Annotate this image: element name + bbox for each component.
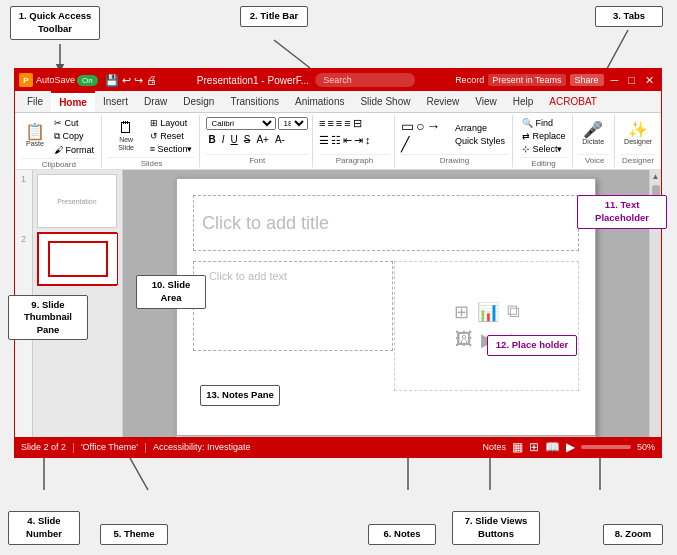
tab-review[interactable]: Review xyxy=(418,91,467,112)
title-bar-left: P AutoSave On 💾 ↩ ↪ 🖨 xyxy=(19,73,157,87)
app-icon: P xyxy=(19,73,33,87)
thumbnail-2-preview xyxy=(38,233,118,285)
font-size-select[interactable]: 18 xyxy=(278,117,308,130)
autosave-toggle[interactable]: On xyxy=(77,75,98,86)
slide-thumbnail-2[interactable] xyxy=(37,232,117,286)
tab-home[interactable]: Home xyxy=(51,91,95,112)
share-btn[interactable]: Share xyxy=(570,74,604,86)
ribbon-controls: 📋 Paste ✂ Cut ⧉ Copy 🖌 Format Clipboard xyxy=(15,113,661,169)
shape-line[interactable]: ╱ xyxy=(401,136,409,152)
shape-arrow[interactable]: → xyxy=(426,118,440,134)
zoom-slider[interactable] xyxy=(581,445,631,449)
copy-btn[interactable]: ⧉ Copy xyxy=(51,130,97,143)
search-input[interactable] xyxy=(315,73,415,87)
align-center-btn[interactable]: ≡ xyxy=(327,117,333,130)
strikethrough-btn[interactable]: S xyxy=(242,134,253,145)
thumbnail-1-preview: Presentation xyxy=(38,175,116,227)
dictate-btn[interactable]: 🎤 Dictate xyxy=(579,120,607,148)
tab-acrobat[interactable]: ACROBAT xyxy=(541,91,605,112)
slide-sorter-btn[interactable]: ⊞ xyxy=(529,440,539,454)
tab-insert[interactable]: Insert xyxy=(95,91,136,112)
find-btn[interactable]: 🔍 Find xyxy=(519,117,569,129)
label-8: 8. Zoom xyxy=(603,524,663,545)
title-bar-right: Record Present in Teams Share ─ □ ✕ xyxy=(455,74,657,87)
chart-icon[interactable]: 📊 xyxy=(477,301,499,323)
bold-btn[interactable]: B xyxy=(206,134,217,145)
label-9: 9. Slide Thumbnail Pane xyxy=(8,295,88,340)
italic-btn[interactable]: I xyxy=(220,134,227,145)
tab-help[interactable]: Help xyxy=(505,91,542,112)
indent-inc-btn[interactable]: ⇥ xyxy=(354,134,363,147)
quick-styles-btn[interactable]: Quick Styles xyxy=(452,135,508,147)
tab-file[interactable]: File xyxy=(19,91,51,112)
shape-rect[interactable]: ▭ xyxy=(401,118,414,134)
status-sep-2: | xyxy=(144,441,147,453)
filename-text: Presentation1 - PowerF... xyxy=(197,75,309,86)
tab-view[interactable]: View xyxy=(467,91,505,112)
slide-title-placeholder[interactable]: Click to add title xyxy=(193,195,579,251)
record-btn[interactable]: Record xyxy=(455,75,484,85)
tab-transitions[interactable]: Transitions xyxy=(222,91,287,112)
font-family-select[interactable]: Calibri xyxy=(206,117,276,130)
maximize-btn[interactable]: □ xyxy=(625,74,638,86)
normal-view-btn[interactable]: ▦ xyxy=(512,440,523,454)
label-7: 7. Slide Views Buttons xyxy=(452,511,540,545)
designer-btn[interactable]: ✨ Designer xyxy=(621,120,655,148)
select-btn[interactable]: ⊹ Select▾ xyxy=(519,143,569,155)
tab-design[interactable]: Design xyxy=(175,91,222,112)
slide-content-placeholder[interactable]: • Click to add text xyxy=(193,261,393,351)
tab-draw[interactable]: Draw xyxy=(136,91,175,112)
scroll-up-btn[interactable]: ▲ xyxy=(652,170,660,183)
format-painter-btn[interactable]: 🖌 Format xyxy=(51,144,97,156)
linespacing-btn[interactable]: ↕ xyxy=(365,134,371,147)
svg-line-10 xyxy=(130,458,148,490)
zoom-level: 50% xyxy=(637,442,655,452)
slide-title-text: Click to add title xyxy=(202,213,329,234)
label-11: 11. Text Placeholder xyxy=(577,195,667,229)
numbering-btn[interactable]: ☷ xyxy=(331,134,341,147)
ribbon: File Home Insert Draw Design Transitions… xyxy=(15,91,661,170)
tab-slideshow[interactable]: Slide Show xyxy=(352,91,418,112)
smartart-icon[interactable]: ⧉ xyxy=(507,301,520,323)
slide-media-placeholder[interactable]: ⊞ 📊 ⧉ 🖼 ▶ ★ xyxy=(394,261,579,391)
slide-thumbnail-1[interactable]: Presentation xyxy=(37,174,117,228)
shape-oval[interactable]: ○ xyxy=(416,118,424,134)
slide-info: Slide 2 of 2 xyxy=(21,442,66,452)
paste-btn[interactable]: 📋 Paste xyxy=(21,122,49,150)
label-13: 13. Notes Pane xyxy=(200,385,280,406)
minimize-btn[interactable]: ─ xyxy=(608,74,622,86)
ribbon-group-font: Calibri 18 B I U S A+ A- xyxy=(202,115,312,167)
section-btn[interactable]: ≡ Section▾ xyxy=(147,143,196,155)
reset-btn[interactable]: ↺ Reset xyxy=(147,130,196,142)
present-teams-btn[interactable]: Present in Teams xyxy=(488,74,565,86)
tab-animations[interactable]: Animations xyxy=(287,91,352,112)
layout-btn[interactable]: ⊞ Layout xyxy=(147,117,196,129)
indent-dec-btn[interactable]: ⇤ xyxy=(343,134,352,147)
notes-btn[interactable]: Notes xyxy=(482,442,506,452)
label-10: 10. Slide Area xyxy=(136,275,206,309)
ribbon-group-designer: ✨ Designer Designer xyxy=(617,115,659,167)
accessibility-info[interactable]: Accessibility: Investigate xyxy=(153,442,251,452)
media-icons-row-1: ⊞ 📊 ⧉ xyxy=(454,301,520,323)
new-slide-btn[interactable]: 🗒 New Slide xyxy=(108,118,145,155)
align-left-btn[interactable]: ≡ xyxy=(319,117,325,130)
reading-view-btn[interactable]: 📖 xyxy=(545,440,560,454)
column-btn[interactable]: ⊟ xyxy=(353,117,362,130)
slide-num-2: 2 xyxy=(21,234,26,244)
justify-btn[interactable]: ≡ xyxy=(344,117,350,130)
picture-icon[interactable]: 🖼 xyxy=(455,329,473,351)
font-size-up-btn[interactable]: A+ xyxy=(254,134,271,145)
underline-btn[interactable]: U xyxy=(228,134,239,145)
label-1: 1. Quick Access Toolbar xyxy=(10,6,100,40)
align-right-btn[interactable]: ≡ xyxy=(336,117,342,130)
close-btn[interactable]: ✕ xyxy=(642,74,657,87)
slideshow-btn[interactable]: ▶ xyxy=(566,440,575,454)
font-size-down-btn[interactable]: A- xyxy=(273,134,287,145)
bullets-btn[interactable]: ☰ xyxy=(319,134,329,147)
title-bar: P AutoSave On 💾 ↩ ↪ 🖨 Presentation1 - Po… xyxy=(15,69,661,91)
table-icon[interactable]: ⊞ xyxy=(454,301,469,323)
replace-btn[interactable]: ⇄ Replace xyxy=(519,130,569,142)
arrange-btn[interactable]: Arrange xyxy=(452,122,508,134)
ribbon-group-clipboard: 📋 Paste ✂ Cut ⧉ Copy 🖌 Format Clipboard xyxy=(17,115,102,167)
cut-btn[interactable]: ✂ Cut xyxy=(51,117,97,129)
